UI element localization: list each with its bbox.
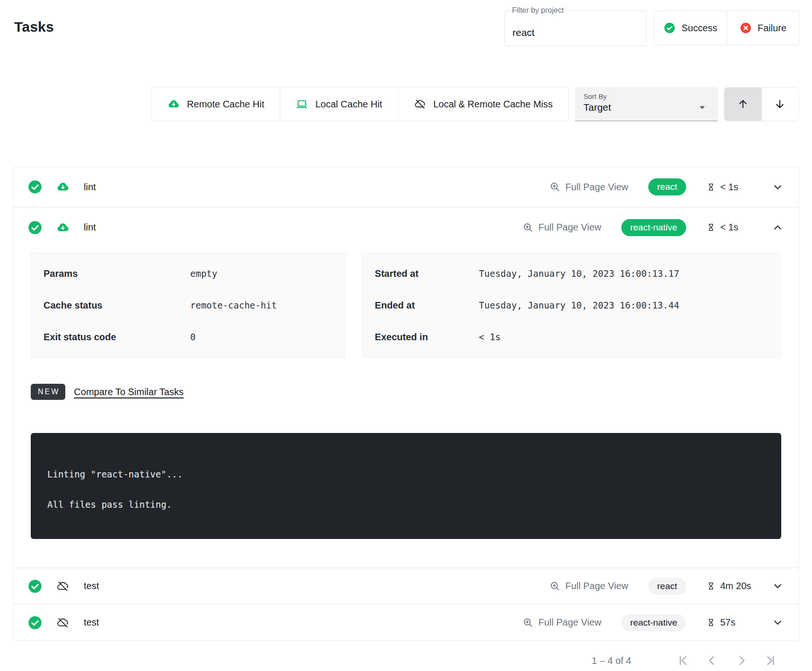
full-page-view-label: Full Page View — [565, 182, 628, 193]
full-page-view-button[interactable]: Full Page View — [549, 181, 628, 193]
task-name: test — [84, 617, 99, 628]
hourglass-icon — [706, 581, 716, 591]
zoom-in-icon — [549, 581, 561, 592]
success-filter-button[interactable]: Success — [654, 11, 727, 45]
task-row-lint-react-native[interactable]: lint Full Page View react-native < 1s — [14, 207, 798, 247]
filter-remote-cache-hit[interactable]: Remote Cache Hit — [152, 88, 280, 121]
pagination: 1 – 4 of 4 — [0, 654, 786, 667]
check-circle-icon — [28, 221, 42, 235]
previous-page-button[interactable] — [697, 654, 727, 667]
chevron-down-icon — [696, 101, 708, 114]
task-row-lint-react[interactable]: lint Full Page View react < 1s — [14, 167, 798, 207]
chevron-left-icon — [706, 654, 719, 667]
task-block: test Full Page View react 4m 20s — [14, 567, 798, 604]
detail-row: Params empty — [31, 258, 345, 290]
hourglass-icon — [706, 222, 716, 232]
task-block: test Full Page View react-native 57s — [14, 604, 798, 640]
project-filter-label: Filter by project — [510, 6, 566, 15]
task-list: lint Full Page View react < 1s — [13, 167, 799, 641]
last-page-button[interactable] — [756, 654, 786, 667]
detail-row: Cache status remote-cache-hit — [31, 290, 345, 321]
detail-row: Exit status code 0 — [31, 321, 345, 353]
chevron-right-icon — [735, 654, 748, 667]
filter-cache-miss[interactable]: Local & Remote Cache Miss — [398, 88, 568, 121]
cloud-download-icon — [56, 221, 70, 234]
status-filter-group: Success Failure — [654, 10, 800, 45]
filter-label: Local Cache Hit — [315, 99, 382, 110]
cloud-off-icon — [414, 98, 426, 110]
zoom-in-icon — [522, 617, 534, 628]
sort-descending-button[interactable] — [761, 88, 799, 121]
task-timing-panel: Started at Tuesday, January 10, 2023 16:… — [362, 253, 781, 358]
task-details: Params empty Cache status remote-cache-h… — [14, 253, 798, 539]
task-row-test-react-native[interactable]: test Full Page View react-native 57s — [14, 604, 798, 640]
expand-chevron-icon[interactable] — [771, 580, 784, 592]
first-page-button[interactable] — [668, 654, 697, 667]
page-header: Tasks Filter by project Success Failure — [0, 0, 812, 46]
task-name: lint — [84, 182, 96, 193]
project-badge[interactable]: react — [648, 578, 686, 595]
terminal-line: Linting "react-native"... — [47, 469, 765, 479]
compare-to-similar-tasks-link[interactable]: Compare To Similar Tasks — [74, 387, 184, 397]
sort-by-label: Sort By — [583, 92, 709, 100]
sort-by-value: Target — [583, 102, 709, 113]
failure-filter-button[interactable]: Failure — [727, 11, 799, 45]
filter-local-cache-hit[interactable]: Local Cache Hit — [280, 88, 398, 121]
task-row-test-react[interactable]: test Full Page View react 4m 20s — [14, 568, 798, 604]
task-block: lint Full Page View react < 1s — [14, 167, 798, 207]
hourglass-icon — [706, 618, 716, 627]
detail-row: Ended at Tuesday, January 10, 2023 16:00… — [362, 290, 781, 321]
sort-ascending-button[interactable] — [724, 88, 761, 121]
detail-row: Started at Tuesday, January 10, 2023 16:… — [362, 258, 781, 290]
filter-label: Local & Remote Cache Miss — [433, 99, 553, 110]
failure-icon — [740, 22, 751, 34]
page-title: Tasks — [14, 19, 54, 35]
failure-filter-label: Failure — [758, 23, 786, 34]
sort-by-select[interactable]: Sort By Target — [575, 87, 718, 121]
cache-filter-group: Remote Cache Hit Local Cache Hit Local &… — [151, 87, 569, 121]
next-page-button[interactable] — [727, 654, 756, 667]
full-page-view-button[interactable]: Full Page View — [549, 581, 628, 592]
project-badge[interactable]: react-native — [621, 614, 686, 631]
task-duration: < 1s — [706, 222, 751, 233]
project-filter-input[interactable] — [505, 11, 646, 46]
project-badge[interactable]: react-native — [621, 219, 686, 236]
filter-label: Remote Cache Hit — [187, 99, 264, 110]
full-page-view-label: Full Page View — [538, 617, 601, 628]
expand-chevron-icon[interactable] — [771, 616, 784, 629]
tasks-toolbar: Remote Cache Hit Local Cache Hit Local &… — [0, 87, 799, 121]
check-circle-icon — [28, 180, 42, 194]
full-page-view-button[interactable]: Full Page View — [522, 222, 601, 233]
task-name: test — [84, 581, 99, 592]
cloud-off-icon — [56, 616, 70, 629]
expand-chevron-icon[interactable] — [771, 181, 784, 194]
sort-direction-group — [724, 87, 799, 121]
task-info-panel: Params empty Cache status remote-cache-h… — [31, 253, 346, 358]
task-duration: 4m 20s — [706, 581, 751, 592]
zoom-in-icon — [522, 222, 534, 233]
arrow-down-icon — [774, 98, 786, 110]
first-page-icon — [676, 654, 689, 667]
check-circle-icon — [28, 579, 42, 593]
detail-row: Executed in < 1s — [362, 321, 781, 353]
page-range: 1 – 4 of 4 — [592, 655, 631, 666]
full-page-view-label: Full Page View — [538, 222, 601, 233]
cloud-download-icon — [168, 98, 180, 110]
terminal-line: All files pass linting. — [47, 499, 765, 510]
collapse-chevron-icon[interactable] — [771, 221, 784, 234]
terminal-output: Linting "react-native"... All files pass… — [31, 433, 781, 539]
success-icon — [664, 22, 675, 34]
task-duration: 57s — [706, 617, 751, 628]
success-filter-label: Success — [681, 23, 717, 34]
zoom-in-icon — [549, 181, 561, 193]
full-page-view-label: Full Page View — [565, 581, 628, 592]
project-badge[interactable]: react — [648, 178, 686, 195]
full-page-view-button[interactable]: Full Page View — [522, 617, 601, 628]
laptop-icon — [296, 98, 308, 110]
hourglass-icon — [706, 182, 716, 192]
cloud-off-icon — [56, 580, 70, 593]
arrow-up-icon — [737, 98, 749, 110]
task-block-expanded: lint Full Page View react-native < 1s — [14, 207, 798, 539]
task-name: lint — [84, 222, 96, 233]
project-filter-field[interactable]: Filter by project — [504, 10, 646, 46]
